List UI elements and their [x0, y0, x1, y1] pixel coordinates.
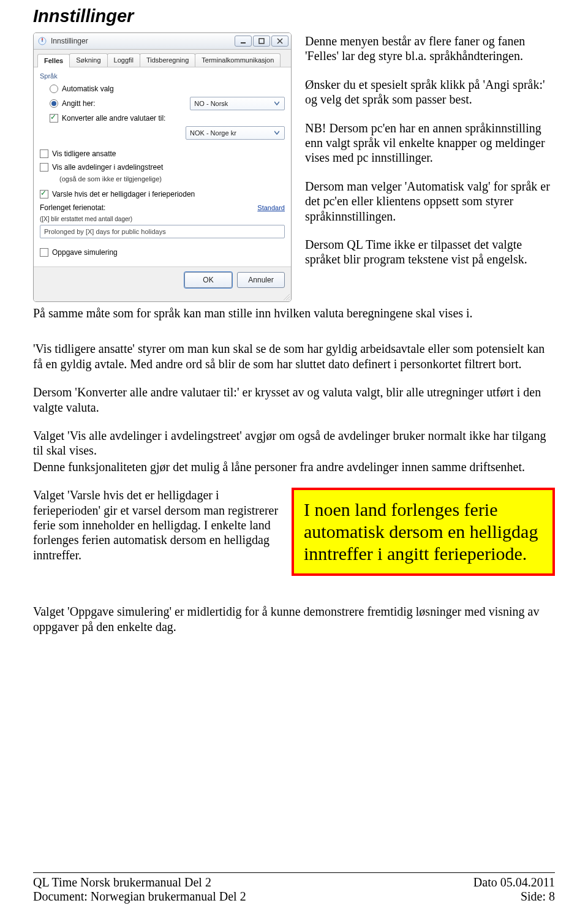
language-dropdown[interactable]: NO - Norsk	[190, 97, 285, 110]
chevron-down-icon	[272, 101, 282, 106]
language-value: NO - Norsk	[194, 100, 228, 107]
footer-left-2: Document: Norwegian brukermanual Del 2	[33, 890, 246, 904]
check-task-sim-label: Oppgave simulering	[52, 248, 118, 257]
check-convert-currency[interactable]	[50, 114, 58, 123]
callout-text: I noen land forlenges ferie automatisk d…	[304, 499, 543, 565]
intro-text: Denne menyen består av flere faner og fa…	[305, 32, 555, 306]
prolong-value: Prolonged by [X] days for public holiday…	[44, 228, 166, 235]
radio-automatic[interactable]	[50, 85, 58, 93]
close-button[interactable]	[271, 36, 288, 47]
check-former-employees-label: Vis tidligere ansatte	[52, 149, 116, 158]
paragraph: 'Vis tidligere ansatte' styrer om man ku…	[33, 341, 555, 371]
check-holiday-warn-label: Varsle hvis det er helligdager i feriepe…	[52, 190, 195, 198]
ok-button[interactable]: OK	[184, 272, 232, 288]
prolong-label: Forlenget ferienotat:	[40, 203, 105, 212]
check-former-employees[interactable]	[40, 149, 48, 158]
radio-automatic-label: Automatisk valg	[62, 85, 114, 93]
tab-felles[interactable]: Felles	[37, 54, 70, 67]
paragraph: Ønsker du et spesielt språk klikk på 'An…	[305, 77, 555, 107]
minimize-button[interactable]	[235, 36, 252, 47]
prolong-textbox[interactable]: Prolonged by [X] days for public holiday…	[40, 225, 285, 238]
currency-value: NOK - Norge kr	[190, 129, 236, 137]
check-task-sim[interactable]	[40, 248, 48, 257]
tab-sokning[interactable]: Søkning	[69, 53, 107, 67]
check-all-depts-label: Vis alle avdelinger i avdelingstreet	[52, 163, 163, 172]
check-holiday-warn[interactable]	[40, 190, 48, 198]
paragraph: Valget 'Varsle hvis det er helligdager i…	[33, 488, 279, 562]
paragraph: Denne menyen består av flere faner og fa…	[305, 34, 555, 64]
group-language-label: Språk	[40, 72, 285, 80]
paragraph: Dersom 'Konverter alle andre valutaer ti…	[33, 385, 555, 415]
tab-loggfil[interactable]: Loggfil	[107, 53, 140, 67]
check-all-depts-sublabel: (også de som ikke er tilgjengelige)	[59, 175, 285, 183]
check-convert-currency-label: Konverter alle andre valutaer til:	[62, 114, 165, 123]
paragraph: Valget 'Oppgave simulering' er midlertid…	[33, 604, 555, 634]
tab-tidsberegning[interactable]: Tidsberegning	[140, 53, 195, 67]
paragraph: Dersom man velger 'Automatisk valg' for …	[305, 179, 555, 224]
check-all-depts[interactable]	[40, 163, 48, 172]
svg-point-1	[42, 40, 43, 42]
page-footer: QL Time Norsk brukermanual Del 2 Dato 05…	[33, 872, 555, 904]
paragraph: Dersom QL Time ikke er tilpasset det val…	[305, 237, 555, 267]
settings-icon	[37, 36, 47, 46]
footer-right-1: Dato 05.04.2011	[473, 875, 555, 890]
standard-link[interactable]: Standard	[257, 204, 285, 211]
chevron-down-icon	[272, 130, 282, 135]
maximize-button[interactable]	[253, 36, 270, 47]
paragraph: Denne funksjonaliteten gjør det mulig å …	[33, 459, 555, 474]
footer-right-2: Side: 8	[521, 890, 555, 904]
svg-rect-2	[241, 42, 246, 43]
tab-terminal[interactable]: Terminalkommunikasjon	[195, 53, 281, 67]
dialog-title: Innstillinger	[51, 37, 88, 45]
titlebar: Innstillinger	[34, 33, 291, 50]
footer-left-1: QL Time Norsk brukermanual Del 2	[33, 875, 211, 890]
prolong-sublabel: ([X] blir erstattet med antall dager)	[40, 216, 285, 222]
radio-specified[interactable]	[50, 99, 58, 108]
paragraph: På samme måte som for språk kan man stil…	[33, 306, 555, 320]
paragraph: NB! Dersom pc'en har en annen språkinnst…	[305, 121, 555, 165]
paragraph: Valget 'Vis alle avdelinger i avdelingst…	[33, 428, 555, 458]
svg-line-6	[288, 299, 290, 300]
footer-rule	[33, 872, 555, 873]
svg-rect-3	[259, 39, 264, 43]
callout-box: I noen land forlenges ferie automatisk d…	[292, 488, 555, 576]
page-title: Innstillinger	[33, 6, 555, 26]
settings-dialog: Innstillinger F	[33, 32, 292, 302]
dialog-tabs: Felles Søkning Loggfil Tidsberegning Ter…	[34, 50, 291, 67]
radio-specified-label: Angitt her:	[62, 99, 96, 108]
resize-grip[interactable]	[34, 293, 291, 301]
cancel-button[interactable]: Annuler	[237, 272, 285, 288]
currency-dropdown[interactable]: NOK - Norge kr	[186, 126, 285, 140]
